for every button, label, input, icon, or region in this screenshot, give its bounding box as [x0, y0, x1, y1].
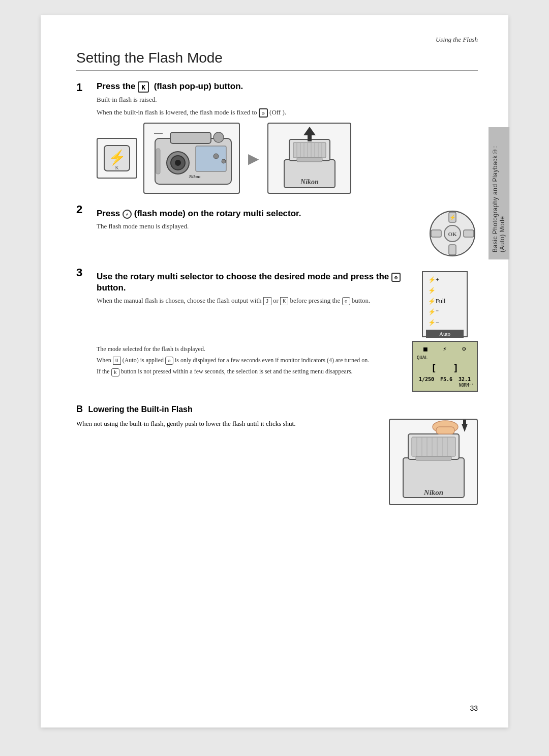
page-number: 33 [470, 704, 478, 712]
flash-lower-svg: Nikon [390, 420, 477, 504]
flash-lower-image: Nikon [389, 419, 478, 505]
section-b-letter: B [76, 404, 83, 414]
step-number-1: 1 [76, 81, 92, 94]
flash-btn-svg: ⚡ K [102, 143, 132, 173]
flash-button-icon: ⚡ K [97, 138, 137, 179]
svg-text:OK: OK [448, 231, 457, 237]
section-b-text: When not using the built-in flash, gentl… [76, 419, 379, 429]
page-title: Setting the Flash Mode [76, 50, 478, 66]
lcd-icon-mode: ■ [423, 345, 428, 353]
flash-menu-item-3: ⚡Full [426, 297, 464, 306]
section-b: B Lowering the Built-in Flash When not u… [76, 404, 478, 505]
sidebar-tab-text: Basic Photography and Playback①: (Auto) … [492, 134, 506, 252]
svg-rect-27 [308, 135, 312, 141]
section-b-content: When not using the built-in flash, gentl… [76, 419, 478, 505]
step-2-content: Press ⚡ (flash mode) on the rotary multi… [97, 203, 478, 259]
sidebar-tab: Basic Photography and Playback①: (Auto) … [489, 127, 509, 259]
svg-marker-49 [462, 424, 468, 432]
step-2-note: The flash mode menu is displayed. [97, 221, 417, 231]
title-section: Setting the Flash Mode [76, 50, 478, 71]
header-title: Using the Flash [436, 36, 478, 43]
svg-text:Nikon: Nikon [188, 174, 200, 179]
flash-lower-box: Nikon [389, 419, 478, 505]
svg-point-12 [222, 159, 226, 163]
svg-text:K: K [115, 165, 119, 170]
lcd-qual: QUAL [416, 355, 474, 361]
flash-popup-image: Nikon [267, 123, 351, 194]
section-b-heading: B Lowering the Built-in Flash [76, 404, 478, 415]
step-1-note-1: Built-in flash is raised. [97, 95, 478, 105]
svg-rect-29 [297, 158, 322, 162]
flash-menu-image: ⚡+ ⚡ ⚡Full ⚡⁻ ⚡− Auto [422, 271, 478, 337]
lcd-iso: 32.1 [459, 376, 471, 382]
svg-rect-50 [463, 420, 466, 425]
step-3-note-1: When the manual flash is chosen, choose … [97, 296, 412, 306]
rotary-selector-image: ⚡ OK [427, 208, 478, 259]
step-number-3: 3 [76, 266, 92, 279]
svg-point-10 [214, 132, 224, 142]
step-3-heading: Use the rotary multi selector to choose … [97, 271, 412, 294]
flash-popup-svg: Nikon [269, 124, 350, 193]
flash-menu-item-2: ⚡ [426, 286, 464, 296]
lcd-top-row: ■ ⚡ ⊙ [416, 345, 474, 353]
camera-body-image: Nikon [143, 123, 240, 194]
svg-text:Nikon: Nikon [300, 178, 319, 186]
svg-text:Nikon: Nikon [423, 488, 443, 497]
step-1-note-2: When the built-in flash is lowered, the … [97, 107, 478, 118]
svg-rect-40 [412, 437, 455, 456]
flash-menu-footer: Auto [426, 330, 464, 338]
svg-rect-4 [170, 132, 211, 143]
svg-marker-26 [303, 127, 316, 135]
lcd-aperture: F5.6 [440, 376, 452, 382]
section-b-title: Lowering the Built-in Flash [88, 405, 192, 414]
flash-menu-item-1: ⚡+ [426, 275, 464, 285]
svg-rect-9 [156, 149, 160, 174]
step-3: 3 Use the rotary multi selector to choos… [76, 266, 478, 392]
step-1-content: Press the K (flash pop-up) button. Built… [97, 81, 478, 194]
flash-menu-item-5: ⚡− [426, 318, 464, 328]
step-1: 1 Press the K (flash pop-up) button. Bui… [76, 81, 478, 194]
svg-point-7 [175, 160, 181, 166]
camera-svg: Nikon [145, 123, 239, 193]
lcd-icon-extra: ⊙ [462, 345, 466, 353]
svg-point-11 [214, 154, 219, 159]
step-2: 2 Press ⚡ (flash mode) on the rotary mul… [76, 203, 478, 259]
step-2-heading: Press ⚡ (flash mode) on the rotary multi… [97, 208, 417, 219]
svg-rect-17 [293, 142, 326, 158]
svg-rect-34 [449, 245, 456, 255]
arrow-icon: ▶ [248, 150, 259, 167]
svg-text:⚡: ⚡ [449, 214, 456, 221]
svg-rect-52 [436, 427, 454, 434]
step-3-content: Use the rotary multi selector to choose … [97, 266, 478, 392]
lcd-display: ■ ⚡ ⊙ QUAL [ ] 1/250 F5.6 32.1 NORM⁺⁷ [412, 341, 478, 392]
lcd-icon-flash: ⚡ [443, 345, 447, 353]
svg-text:⚡: ⚡ [108, 149, 126, 166]
step-1-images: ⚡ K [97, 123, 478, 194]
page-header: Using the Flash [76, 36, 478, 44]
svg-rect-48 [416, 456, 451, 460]
rotary-svg: ⚡ OK [427, 208, 478, 259]
svg-rect-8 [196, 146, 226, 171]
flash-menu-item-4: ⚡⁻ [426, 307, 464, 317]
flash-menu-box: ⚡+ ⚡ ⚡Full ⚡⁻ ⚡− Auto [422, 271, 468, 337]
lcd-center: [ ] [416, 363, 474, 373]
lcd-shutter: 1/250 [419, 376, 434, 382]
svg-rect-33 [464, 230, 474, 237]
lcd-bottom-row: 1/250 F5.6 32.1 [416, 376, 474, 382]
step-1-heading: Press the K (flash pop-up) button. [97, 81, 478, 93]
step-number-2: 2 [76, 203, 92, 216]
svg-rect-35 [431, 230, 441, 237]
lcd-norm: NORM⁺⁷ [416, 382, 474, 388]
